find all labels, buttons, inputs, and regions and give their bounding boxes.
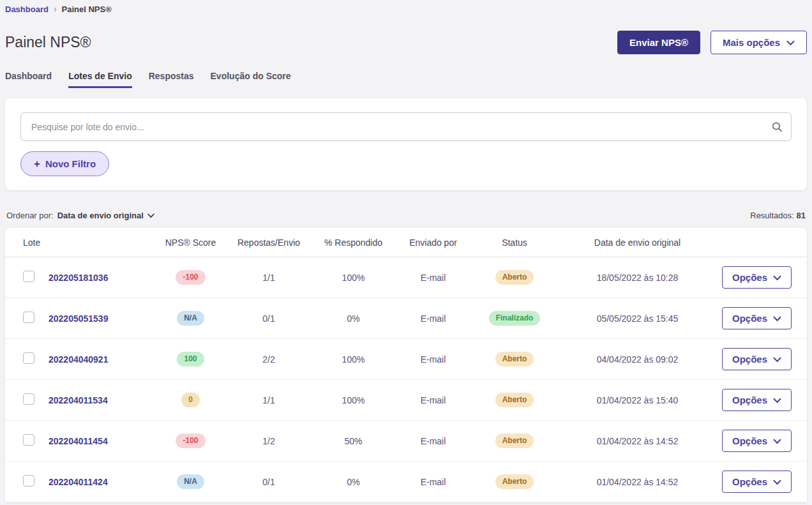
opcoes-button[interactable]: Opções <box>722 389 792 411</box>
chevron-down-icon <box>147 211 154 220</box>
table-header-row: Lote NPS® Score Repostas/Envio % Respond… <box>5 228 807 257</box>
chevron-down-icon <box>773 436 781 446</box>
chevron-down-icon <box>773 477 781 486</box>
checkbox-cell <box>23 434 49 448</box>
table-row: 202205051539 N/A 0/1 0% E-mail Finalizad… <box>5 298 807 339</box>
search-box <box>20 112 792 141</box>
opcoes-button[interactable]: Opções <box>722 307 792 329</box>
row-checkbox[interactable] <box>23 475 34 486</box>
status-badge: Aberto <box>495 352 534 366</box>
lote-value[interactable]: 202204011424 <box>49 477 154 487</box>
opcoes-label: Opções <box>732 313 767 323</box>
sort-control[interactable]: Ordenar por: Data de envio original <box>6 211 154 220</box>
options-cell: Opções <box>716 471 792 493</box>
nps-score-cell: 0 <box>154 393 227 407</box>
chevron-down-icon <box>773 354 781 364</box>
page-title: Painel NPS® <box>5 34 91 51</box>
enviar-nps-button[interactable]: Enviar NPS® <box>617 31 700 54</box>
status-cell: Aberto <box>470 352 559 366</box>
results-value: 81 <box>797 211 806 220</box>
column-header-status: Status <box>470 237 559 248</box>
pct-respondido-value: 100% <box>310 273 396 283</box>
header-actions: Enviar NPS® Mais opções <box>617 31 807 54</box>
row-checkbox[interactable] <box>23 271 34 282</box>
enviado-por-value: E-mail <box>396 273 470 283</box>
column-header-nps-score: NPS® Score <box>154 237 227 248</box>
tab-respostas[interactable]: Respostas <box>149 71 194 88</box>
novo-filtro-button[interactable]: + Novo Filtro <box>20 151 109 176</box>
tab-lotes-de-envio[interactable]: Lotes de Envio <box>68 71 132 88</box>
sort-row: Ordenar por: Data de envio original Resu… <box>5 211 807 220</box>
respostas-envio-value: 0/1 <box>227 313 310 324</box>
column-header-lote: Lote <box>23 237 154 248</box>
status-badge: Aberto <box>495 433 534 448</box>
checkbox-cell <box>23 352 49 366</box>
breadcrumb-separator-icon: › <box>54 4 57 14</box>
nps-score-badge: N/A <box>177 311 204 326</box>
checkbox-cell <box>23 475 49 488</box>
pct-respondido-value: 100% <box>310 354 396 365</box>
column-header-data-envio: Data de envio original <box>559 237 716 248</box>
table-row: 202204040921 100 2/2 100% E-mail Aberto … <box>5 339 807 380</box>
breadcrumb-dashboard-link[interactable]: Dashboard <box>5 4 49 14</box>
table-row: 202205181036 -100 1/1 100% E-mail Aberto… <box>5 257 807 298</box>
tab-dashboard[interactable]: Dashboard <box>5 71 52 88</box>
enviado-por-value: E-mail <box>396 395 470 405</box>
status-cell: Aberto <box>470 433 559 448</box>
sort-label: Ordenar por: <box>6 211 54 220</box>
lote-value[interactable]: 202204011534 <box>49 395 154 405</box>
opcoes-button[interactable]: Opções <box>722 430 792 452</box>
pct-respondido-value: 100% <box>310 395 396 405</box>
row-checkbox[interactable] <box>23 393 34 405</box>
opcoes-label: Opções <box>732 395 767 405</box>
data-envio-value: 05/05/2022 às 15:45 <box>559 313 716 324</box>
opcoes-button[interactable]: Opções <box>722 348 792 370</box>
page-header: Painel NPS® Enviar NPS® Mais opções <box>5 31 807 54</box>
nps-score-badge: 100 <box>177 352 204 366</box>
table-body: 202205181036 -100 1/1 100% E-mail Aberto… <box>5 257 807 502</box>
nps-score-cell: -100 <box>154 270 227 285</box>
tab-evolucao-do-score[interactable]: Evolução do Score <box>211 71 291 88</box>
search-input[interactable] <box>20 112 792 141</box>
chevron-down-icon <box>773 313 781 323</box>
status-badge: Finalizado <box>489 311 541 326</box>
opcoes-label: Opções <box>732 436 767 446</box>
plus-icon: + <box>34 158 40 169</box>
opcoes-button[interactable]: Opções <box>722 471 792 493</box>
row-checkbox[interactable] <box>23 352 34 364</box>
enviado-por-value: E-mail <box>396 436 470 446</box>
status-cell: Aberto <box>470 474 559 489</box>
mais-opcoes-button[interactable]: Mais opções <box>710 31 807 54</box>
options-cell: Opções <box>716 266 792 289</box>
data-envio-value: 01/04/2022 às 15:40 <box>559 395 716 405</box>
options-cell: Opções <box>716 348 792 370</box>
lote-value[interactable]: 202205051539 <box>49 313 154 324</box>
options-cell: Opções <box>716 389 792 411</box>
nps-score-cell: 100 <box>154 352 227 366</box>
nps-score-badge: 0 <box>181 393 200 407</box>
lotes-table: Lote NPS® Score Repostas/Envio % Respond… <box>5 228 807 502</box>
opcoes-label: Opções <box>732 477 767 486</box>
breadcrumb: Dashboard › Painel NPS® <box>5 4 807 14</box>
lote-value[interactable]: 202205181036 <box>49 273 154 283</box>
lote-value[interactable]: 202204040921 <box>49 354 154 365</box>
nps-score-badge: -100 <box>176 270 205 285</box>
opcoes-button[interactable]: Opções <box>722 266 792 289</box>
results-count: Resultados: 81 <box>750 211 806 220</box>
nps-score-cell: N/A <box>154 311 227 326</box>
opcoes-label: Opções <box>732 354 767 364</box>
lote-value[interactable]: 202204011454 <box>49 436 154 446</box>
status-cell: Aberto <box>470 393 559 407</box>
status-badge: Aberto <box>495 270 534 285</box>
data-envio-value: 04/04/2022 às 09:02 <box>559 354 716 365</box>
respostas-envio-value: 0/1 <box>227 477 310 487</box>
sort-value: Data de envio original <box>57 211 144 220</box>
search-icon[interactable] <box>772 121 783 132</box>
nps-score-badge: -100 <box>176 433 205 448</box>
respostas-envio-value: 1/2 <box>227 436 310 446</box>
row-checkbox[interactable] <box>23 312 34 323</box>
table-row: 202204011534 0 1/1 100% E-mail Aberto 01… <box>5 380 807 421</box>
column-header-pct-respondido: % Respondido <box>310 237 396 248</box>
status-badge: Aberto <box>495 393 534 407</box>
row-checkbox[interactable] <box>23 434 34 446</box>
